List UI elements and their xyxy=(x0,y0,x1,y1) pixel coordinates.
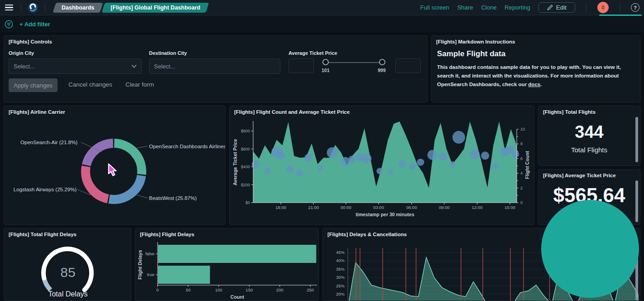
svg-text:00:00: 00:00 xyxy=(341,205,351,210)
airline-carrier-donut-chart[interactable] xyxy=(4,106,226,225)
svg-text:6: 6 xyxy=(520,156,523,161)
panel-airline-carrier: [Flights] Airline Carrier OpenSearch-Air… xyxy=(4,106,226,225)
flight-count-area-chart[interactable]: $0$200$400$600$800024681018:0021:0000:00… xyxy=(230,106,534,225)
price-slider-track[interactable] xyxy=(322,62,385,63)
panel-title: [Flights] Controls xyxy=(9,39,52,44)
price-min-input[interactable] xyxy=(288,58,314,73)
price-max-input[interactable] xyxy=(395,58,421,73)
dashboard-page: Dashboards [Flights] Global Flight Dashb… xyxy=(0,0,644,301)
panel-total-flights: [Flights] Total Flights 344 Total Flight… xyxy=(538,106,640,166)
gauge-value: 85 xyxy=(4,265,131,280)
pie-label-beatswest[interactable]: BeatsWest (25.87%) xyxy=(149,195,197,201)
add-filter-button[interactable]: + Add filter xyxy=(19,21,50,28)
panel-markdown-instructions: [Flights] Markdown Instructions Sample F… xyxy=(431,35,640,102)
panel-flight-count-ticket-price: [Flights] Flight Count and Average Ticke… xyxy=(229,106,534,225)
apply-changes-button[interactable]: Apply changes xyxy=(9,78,58,92)
menu-icon[interactable] xyxy=(0,0,18,15)
price-max-value: 999 xyxy=(378,68,386,73)
price-slider-handle-min[interactable] xyxy=(322,59,329,65)
total-flights-label: Total Flights xyxy=(538,146,640,154)
svg-text:$400: $400 xyxy=(241,165,250,169)
help-icon[interactable]: ? xyxy=(631,3,639,12)
panel-title: [Flights] Total Flight Delays xyxy=(9,232,77,237)
nav-divider xyxy=(586,3,586,13)
avg-ticket-price-label: Average Ticket Price xyxy=(288,50,337,56)
svg-text:$800: $800 xyxy=(241,129,250,133)
nav-divider xyxy=(620,3,620,13)
svg-text:15:00: 15:00 xyxy=(505,205,515,210)
svg-text:0: 0 xyxy=(156,287,159,292)
svg-text:09:00: 09:00 xyxy=(439,205,450,210)
destination-city-value: Select... xyxy=(154,63,275,70)
pie-label-opensearch-air[interactable]: OpenSearch-Air (21.8%) xyxy=(20,140,77,145)
svg-text:06:00: 06:00 xyxy=(406,205,417,210)
panel-total-flight-delays: [Flights] Total Flight Delays 85 Total D… xyxy=(4,228,131,301)
scrollbar[interactable] xyxy=(635,117,638,162)
panel-title: [Flights] Total Flights xyxy=(543,109,596,115)
svg-text:18:00: 18:00 xyxy=(275,205,286,210)
markdown-heading: Sample Flight data xyxy=(437,49,505,58)
svg-text:timestamp per 30 minutes: timestamp per 30 minutes xyxy=(356,212,414,217)
clone-link[interactable]: Clone xyxy=(481,4,496,11)
top-nav: Dashboards [Flights] Global Flight Dashb… xyxy=(0,0,644,15)
svg-text:true: true xyxy=(147,272,154,277)
svg-text:Average Ticket Price: Average Ticket Price xyxy=(232,139,238,185)
svg-text:250: 250 xyxy=(307,287,314,292)
svg-text:$200: $200 xyxy=(241,183,250,187)
destination-city-select[interactable]: Select... xyxy=(149,58,280,74)
svg-text:150: 150 xyxy=(245,287,253,292)
panel-title: [Flights] Flight Delays xyxy=(140,232,194,237)
breadcrumb-current-dashboard[interactable]: [Flights] Global Flight Dashboard xyxy=(103,3,207,13)
docs-link[interactable]: docs xyxy=(528,82,540,87)
breadcrumb-dashboards[interactable]: Dashboards xyxy=(54,3,101,13)
edit-button[interactable]: Edit xyxy=(538,2,575,13)
opensearch-logo-icon[interactable] xyxy=(24,2,42,13)
panel-title: [Flights] Markdown Instructions xyxy=(436,39,515,44)
svg-text:10: 10 xyxy=(520,127,525,131)
svg-text:100: 100 xyxy=(215,287,222,292)
svg-text:8: 8 xyxy=(520,141,523,146)
svg-text:false: false xyxy=(145,251,154,256)
svg-text:12:00: 12:00 xyxy=(472,205,483,210)
avatar[interactable]: 0 xyxy=(597,2,609,13)
panel-title: [Flights] Delays & Cancellations xyxy=(327,232,407,237)
edit-button-label: Edit xyxy=(556,4,567,11)
flight-delays-bar-chart[interactable]: falsetrue050100150200250CountFlight Dela… xyxy=(135,228,319,301)
panel-title: [Flights] Airline Carrier xyxy=(9,109,65,115)
destination-city-label: Destination City xyxy=(149,50,187,56)
svg-text:$0: $0 xyxy=(245,200,250,205)
pie-label-opensearch-dashboards-airlines[interactable]: OpenSearch Dashboards Airlines (27 xyxy=(149,144,226,149)
svg-text:$600: $600 xyxy=(241,147,250,151)
svg-text:50: 50 xyxy=(186,287,191,292)
clear-form-button[interactable]: Clear form xyxy=(125,81,154,88)
pie-label-logstash-airways[interactable]: Logstash Airways (25.29%) xyxy=(14,187,77,192)
filter-bar: + Add filter xyxy=(0,16,644,32)
filter-icon[interactable] xyxy=(5,20,13,29)
price-slider-handle-max[interactable] xyxy=(379,59,385,65)
svg-text:0: 0 xyxy=(520,200,523,205)
svg-text:Flight Count: Flight Count xyxy=(524,151,530,179)
breadcrumb: Dashboards [Flights] Global Flight Dashb… xyxy=(54,3,207,13)
pencil-icon xyxy=(547,5,553,10)
cancel-changes-button[interactable]: Cancel changes xyxy=(68,81,112,88)
origin-city-select[interactable]: Select... xyxy=(9,58,142,74)
price-min-value: 101 xyxy=(322,68,330,73)
markdown-body: This dashboard contains sample data for … xyxy=(437,63,633,89)
breadcrumb-dashboards-label: Dashboards xyxy=(62,5,94,11)
svg-text:4: 4 xyxy=(520,171,523,175)
reporting-link[interactable]: Reporting xyxy=(505,4,530,11)
breadcrumb-current-label: [Flights] Global Flight Dashboard xyxy=(111,5,200,11)
share-link[interactable]: Share xyxy=(457,4,473,11)
scrollbar[interactable] xyxy=(635,180,638,222)
markdown-text: . xyxy=(540,82,542,87)
nav-divider xyxy=(21,3,21,13)
origin-city-value: Select... xyxy=(14,63,131,70)
svg-text:25%: 25% xyxy=(336,283,345,288)
panel-flight-delays: [Flights] Flight Delays falsetrue0501001… xyxy=(135,228,319,301)
full-screen-link[interactable]: Full screen xyxy=(420,4,449,11)
svg-text:45%: 45% xyxy=(336,250,345,255)
svg-text:30%: 30% xyxy=(336,275,345,280)
chevron-down-icon xyxy=(131,64,137,68)
svg-text:20%: 20% xyxy=(336,291,345,296)
loading-indicator-bar xyxy=(599,15,642,16)
